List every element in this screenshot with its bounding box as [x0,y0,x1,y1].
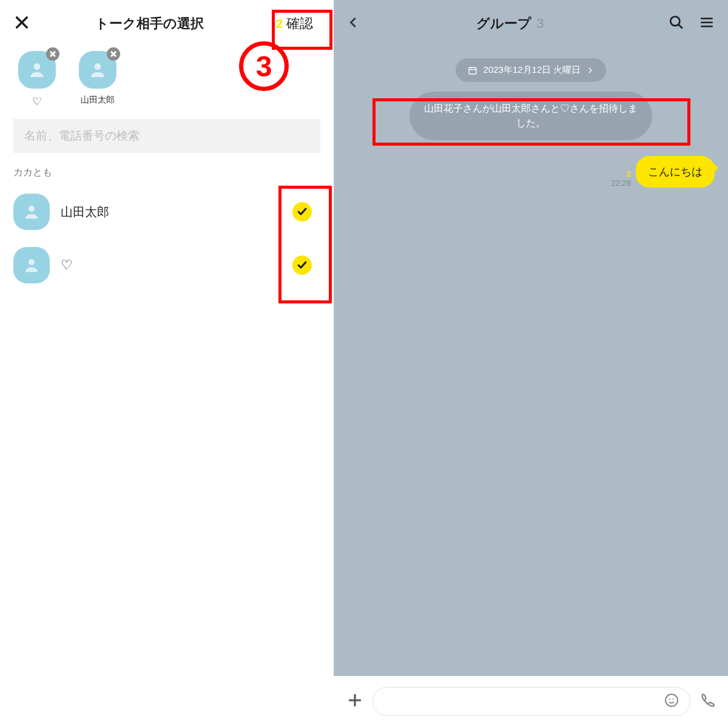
avatar [13,194,50,230]
message-row: 2 22:28 こんにちは [611,156,715,188]
left-header: トーク相手の選択 2 確認 [0,0,334,47]
chip-label: 山田太郎 [81,95,115,106]
chat-body: 2023年12月12日 火曜日 山田花子さんが山田太郎さんと♡さんを招待しました… [334,47,728,676]
chat-input-bar [334,676,728,727]
remove-chip-icon[interactable] [46,47,59,61]
date-pill[interactable]: 2023年12月12日 火曜日 [456,58,607,82]
contact-name: 山田太郎 [61,204,281,220]
section-label: カカとも [0,166,334,185]
contact-select-screen: トーク相手の選択 2 確認 ♡ [0,0,334,727]
contact-row[interactable]: 山田太郎 [0,185,334,238]
svg-point-1 [95,63,101,70]
search-input[interactable] [24,129,309,143]
svg-point-7 [669,698,670,700]
svg-point-8 [673,698,674,700]
close-icon[interactable] [13,14,30,33]
checkmark-icon[interactable] [292,255,312,275]
chat-member-count: 3 [536,16,544,32]
selected-chip[interactable]: ♡ [13,51,61,108]
svg-rect-5 [469,67,476,74]
confirm-count: 2 [276,17,283,31]
selected-chips-row: ♡ 山田太郎 [0,47,334,119]
system-message: 山田花子さんが山田太郎さんと♡さんを招待しました。 [410,92,652,140]
message-time: 22:28 [611,178,631,188]
plus-icon[interactable] [346,691,364,712]
confirm-label: 確認 [286,15,313,33]
phone-icon[interactable] [699,692,716,711]
menu-icon[interactable] [699,15,715,33]
svg-point-0 [34,63,41,70]
search-icon[interactable] [669,15,684,33]
chat-title-wrap: グループ 3 [366,15,654,33]
message-meta: 2 22:28 [611,169,631,188]
page-title: トーク相手の選択 [30,15,269,33]
right-header: グループ 3 [334,0,728,47]
svg-point-3 [29,259,35,265]
message-bubble[interactable]: こんにちは [636,156,715,188]
svg-point-2 [29,206,35,212]
chat-screen: グループ 3 2023年12月12日 火曜日 山田花子さんが山田太郎さんと♡さん… [334,0,728,727]
search-box[interactable] [13,119,320,153]
contact-name: ♡ [61,257,281,273]
avatar [13,247,50,283]
emoji-icon[interactable] [664,693,679,710]
svg-point-4 [670,16,679,25]
contact-row[interactable]: ♡ [0,238,334,292]
svg-point-6 [666,694,678,706]
checkmark-icon[interactable] [292,202,312,221]
message-input[interactable] [372,687,690,716]
unread-count: 2 [627,169,631,178]
avatar [18,51,56,89]
remove-chip-icon[interactable] [107,47,120,61]
chip-label: ♡ [32,95,42,108]
back-icon[interactable] [347,16,360,32]
date-text: 2023年12月12日 火曜日 [484,64,581,76]
selected-chip[interactable]: 山田太郎 [74,51,121,108]
confirm-button[interactable]: 2 確認 [269,8,320,39]
chat-title: グループ [476,15,531,33]
avatar [79,51,116,89]
message-input-field[interactable] [384,695,664,708]
